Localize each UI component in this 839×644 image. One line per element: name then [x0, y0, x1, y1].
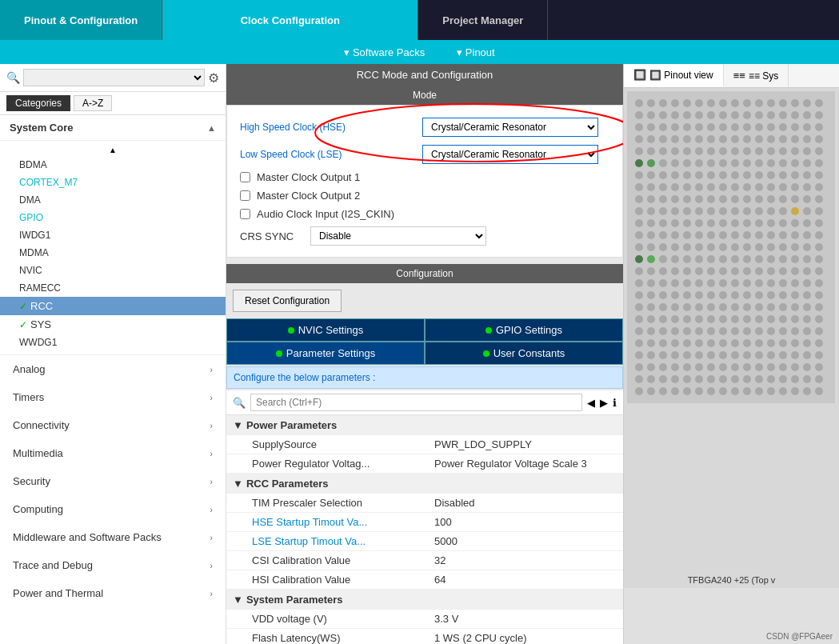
hsi-cal-value: 64	[434, 574, 617, 586]
info-icon[interactable]: ℹ	[613, 397, 617, 409]
master-clock-output2-checkbox[interactable]	[240, 190, 250, 201]
prev-result-icon[interactable]: ◀	[587, 397, 595, 409]
tab-pinout-config[interactable]: Pinout & Configuration	[0, 0, 162, 40]
tab-project-manager[interactable]: Project Manager	[418, 0, 548, 40]
svg-point-224	[803, 255, 811, 263]
sidebar-item-dma[interactable]: DMA	[0, 191, 226, 209]
svg-point-345	[719, 351, 727, 359]
sidebar-item-sys[interactable]: ✓ SYS	[0, 315, 226, 334]
power-params-group[interactable]: ▼ Power Parameters	[226, 415, 623, 435]
params-search-input[interactable]	[250, 394, 582, 411]
power-regulator-name: Power Regulator Voltag...	[252, 458, 434, 470]
sidebar-item-timers[interactable]: Timers ›	[0, 383, 226, 411]
power-regulator-value: Power Regulator Voltage Scale 3	[434, 458, 617, 470]
sidebar-item-mdma[interactable]: MDMA	[0, 244, 226, 262]
audio-clock-input-checkbox[interactable]	[240, 209, 250, 219]
sidebar-item-ramecc[interactable]: RAMECC	[0, 279, 226, 297]
scroll-up-icon[interactable]: ▲	[109, 146, 117, 154]
tab-pinout-view[interactable]: 🔲 🔲 Pinout view	[624, 64, 724, 87]
sidebar-item-analog[interactable]: Analog ›	[0, 355, 226, 383]
svg-point-15	[791, 99, 799, 107]
sidebar-item-computing[interactable]: Computing ›	[0, 495, 226, 523]
sidebar-item-connectivity[interactable]: Connectivity ›	[0, 411, 226, 439]
svg-point-368	[803, 363, 811, 371]
sidebar-item-gpio[interactable]: GPIO	[0, 209, 226, 226]
svg-point-269	[767, 291, 775, 299]
svg-point-112	[803, 171, 811, 179]
crs-sync-select[interactable]: Disable	[310, 226, 486, 246]
svg-point-275	[647, 303, 655, 311]
svg-point-85	[671, 159, 679, 167]
tab-categories[interactable]: Categories	[6, 95, 70, 111]
sidebar-search-select[interactable]	[23, 69, 205, 86]
system-params-group[interactable]: ▼ System Parameters	[226, 590, 623, 610]
svg-point-310	[683, 327, 691, 335]
sidebar-item-wwdg1[interactable]: WWDG1	[0, 334, 226, 351]
sidebar-item-security[interactable]: Security ›	[0, 467, 226, 495]
svg-point-184	[707, 231, 715, 239]
svg-point-261	[671, 291, 679, 299]
csi-cal-value: 32	[434, 554, 617, 566]
svg-point-84	[659, 159, 667, 167]
tab-user-constants[interactable]: User Constants	[425, 342, 623, 365]
sidebar-item-power-thermal[interactable]: Power and Thermal ›	[0, 579, 226, 607]
svg-point-31	[791, 111, 799, 119]
svg-point-304	[803, 315, 811, 323]
system-core-header[interactable]: System Core ▲	[0, 115, 226, 141]
supply-source-value: PWR_LDO_SUPPLY	[434, 438, 617, 450]
sub-nav-software-packs[interactable]: ▾ Software Packs	[344, 46, 425, 58]
svg-point-290	[635, 315, 643, 323]
svg-point-183	[695, 231, 703, 239]
svg-point-111	[791, 171, 799, 179]
svg-point-361	[719, 363, 727, 371]
sidebar-item-rcc[interactable]: ✓ RCC	[0, 297, 226, 315]
reset-config-button[interactable]: Reset Configuration	[233, 290, 342, 312]
svg-point-272	[803, 291, 811, 299]
svg-point-156	[755, 207, 763, 215]
svg-point-370	[635, 375, 643, 383]
tab-nvic-settings[interactable]: NVIC Settings	[226, 318, 425, 342]
svg-point-59	[743, 135, 751, 143]
sidebar-item-middleware[interactable]: Middleware and Software Packs ›	[0, 523, 226, 551]
svg-point-136	[707, 195, 715, 203]
sub-nav-pinout[interactable]: ▾ Pinout	[457, 46, 494, 58]
high-speed-clock-select[interactable]: Crystal/Ceramic Resonator	[422, 118, 598, 137]
sidebar-item-multimedia[interactable]: Multimedia ›	[0, 439, 226, 467]
svg-point-79	[791, 147, 799, 155]
tab-clock-config[interactable]: Clock Configuration	[162, 0, 418, 40]
svg-point-158	[779, 207, 787, 215]
next-result-icon[interactable]: ▶	[600, 397, 608, 409]
sidebar-item-nvic[interactable]: NVIC	[0, 262, 226, 279]
tab-sys-view[interactable]: ≡≡ ≡≡ Sys	[724, 64, 789, 87]
svg-point-200	[707, 243, 715, 251]
rcc-params-group[interactable]: ▼ RCC Parameters	[226, 474, 623, 494]
low-speed-clock-select[interactable]: Crystal/Ceramic Resonator	[422, 145, 598, 164]
svg-point-277	[671, 303, 679, 311]
tim-prescaler-row: TIM Prescaler Selection Disabled	[226, 494, 623, 513]
svg-point-146	[635, 207, 643, 215]
sidebar-item-cortex[interactable]: CORTEX_M7	[0, 174, 226, 191]
svg-point-38	[683, 123, 691, 131]
svg-point-30	[779, 111, 787, 119]
svg-point-102	[683, 171, 691, 179]
gear-icon[interactable]: ⚙	[208, 70, 219, 86]
svg-point-332	[755, 339, 763, 347]
master-clock-output1-checkbox[interactable]	[240, 172, 250, 182]
svg-point-161	[815, 207, 823, 215]
tab-gpio-settings[interactable]: GPIO Settings	[425, 318, 623, 342]
svg-point-139	[743, 195, 751, 203]
sidebar-item-iwdg1[interactable]: IWDG1	[0, 226, 226, 244]
svg-point-307	[647, 327, 655, 335]
svg-point-199	[695, 243, 703, 251]
svg-point-369	[815, 363, 823, 371]
sidebar-item-bdma[interactable]: BDMA	[0, 156, 226, 174]
tab-az[interactable]: A->Z	[74, 95, 112, 111]
svg-point-57	[719, 135, 727, 143]
master-clock-output2-row: Master Clock Output 2	[240, 186, 609, 205]
svg-point-98	[635, 171, 643, 179]
chevron-right-security: ›	[210, 477, 213, 486]
tab-parameter-settings[interactable]: Parameter Settings	[226, 342, 425, 365]
svg-point-191	[791, 231, 799, 239]
svg-point-215	[695, 255, 703, 263]
sidebar-item-trace-debug[interactable]: Trace and Debug ›	[0, 551, 226, 579]
